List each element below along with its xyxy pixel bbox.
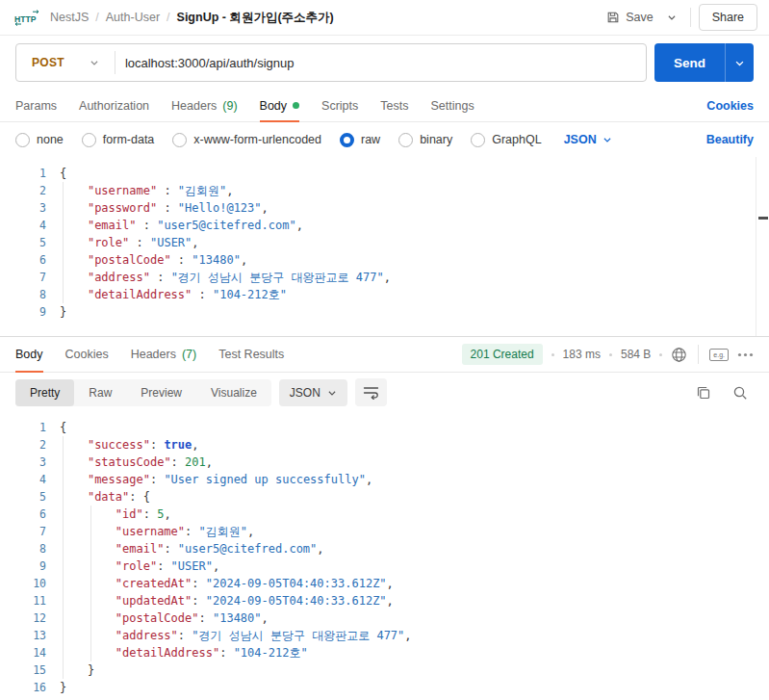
line-number: 8: [0, 286, 46, 303]
body-mode-x-www-form-urlencoded[interactable]: x-www-form-urlencoded: [172, 133, 321, 147]
tab-scripts[interactable]: Scripts: [321, 90, 358, 121]
code-line: 9}: [0, 303, 769, 321]
network-info-button[interactable]: [671, 347, 687, 363]
breadcrumb-collection[interactable]: NestJS: [50, 11, 89, 24]
line-number: 2: [0, 182, 46, 199]
response-tab-test-results[interactable]: Test Results: [218, 337, 284, 372]
view-preview[interactable]: Preview: [126, 379, 196, 406]
chevron-down-icon: [602, 135, 612, 144]
breadcrumb-separator: /: [167, 11, 169, 24]
url-divider: [115, 51, 115, 74]
view-visualize[interactable]: Visualize: [196, 379, 271, 406]
body-language-select[interactable]: JSON: [564, 133, 612, 146]
line-number: 3: [0, 199, 46, 217]
code-token: "createdAt": [115, 577, 192, 590]
code-text: "id": 5,: [60, 506, 171, 523]
tab-headers[interactable]: Headers(9): [171, 90, 238, 121]
send-options-chevron[interactable]: [725, 43, 754, 82]
body-mode-graphql[interactable]: GraphQL: [471, 133, 541, 147]
code-token: ,: [206, 455, 213, 469]
send-button[interactable]: Send: [654, 43, 754, 82]
view-pretty[interactable]: Pretty: [15, 379, 74, 406]
code-line: 4 "message": "User signed up successfull…: [0, 471, 769, 488]
code-line: 5 "role" : "USER",: [0, 234, 769, 251]
code-token: {: [143, 490, 150, 504]
code-token: "user5@citefred.com": [157, 219, 296, 232]
http-method-icon: HTTP: [13, 10, 40, 26]
response-body-editor[interactable]: 1{2 "success": true,3 "statusCode": 201,…: [0, 411, 769, 700]
scrollbar-marker: [758, 217, 768, 220]
body-mode-none[interactable]: none: [15, 133, 64, 147]
code-token: ,: [387, 577, 394, 590]
tab-params[interactable]: Params: [15, 90, 57, 121]
cookies-link[interactable]: Cookies: [706, 99, 754, 113]
code-text: "createdAt": "2024-09-05T04:40:33.612Z",: [60, 575, 394, 592]
code-token: :: [136, 219, 157, 232]
chevron-down-icon: [327, 388, 337, 398]
code-token: ,: [296, 219, 303, 232]
beautify-button[interactable]: Beautify: [706, 133, 754, 146]
tab-authorization[interactable]: Authorization: [79, 90, 149, 121]
response-tab-headers[interactable]: Headers(7): [131, 337, 197, 372]
send-label[interactable]: Send: [654, 43, 725, 82]
code-token: "USER": [150, 236, 192, 249]
code-token: [60, 271, 88, 284]
code-text: "statusCode": 201,: [60, 454, 213, 471]
body-mode-raw[interactable]: raw: [340, 133, 380, 147]
body-mode-form-data[interactable]: form-data: [82, 133, 155, 147]
code-token: [60, 219, 88, 232]
chevron-down-icon: [667, 13, 677, 22]
save-options-chevron-button[interactable]: [661, 8, 682, 27]
save-button[interactable]: Save: [599, 6, 661, 29]
body-mode-binary[interactable]: binary: [398, 133, 452, 147]
search-response-button[interactable]: [732, 385, 748, 401]
code-text: }: [60, 661, 94, 679]
tab-body[interactable]: Body: [260, 90, 300, 121]
code-line: 11 "updatedAt": "2024-09-05T04:40:33.612…: [0, 592, 769, 609]
response-tab-body[interactable]: Body: [15, 337, 43, 372]
line-number: 6: [0, 506, 46, 523]
line-number: 15: [0, 661, 46, 679]
code-token: :: [192, 288, 213, 301]
code-token: [60, 629, 115, 642]
code-token: "104-212호": [213, 288, 287, 301]
code-token: "message": [88, 473, 150, 486]
code-token: "경기 성남시 분당구 대왕판교로 477": [171, 271, 384, 284]
code-line: 4 "email" : "user5@citefred.com",: [0, 217, 769, 234]
share-button[interactable]: Share: [699, 4, 757, 31]
code-token: [60, 455, 88, 469]
code-token: :: [192, 577, 205, 590]
code-token: "User signed up successfully": [164, 473, 366, 486]
tab-label: Test Results: [218, 348, 284, 361]
code-token: "104-212호": [234, 646, 308, 660]
line-number: 7: [0, 523, 46, 540]
code-token: "경기 성남시 분당구 대왕판교로 477": [192, 629, 404, 642]
breadcrumb-separator: /: [95, 11, 98, 24]
save-as-example-button[interactable]: e.g.: [709, 349, 729, 361]
copy-response-button[interactable]: [696, 385, 711, 401]
response-more-options-button[interactable]: [737, 352, 754, 357]
code-text: "password" : "Hello!@123",: [60, 199, 269, 217]
line-number: 11: [0, 592, 46, 609]
tab-tests[interactable]: Tests: [380, 90, 408, 121]
code-token: "username": [88, 184, 157, 197]
globe-icon: [671, 347, 687, 363]
response-view-switch: PrettyRawPreviewVisualize: [15, 379, 271, 406]
response-language-select[interactable]: JSON: [279, 379, 347, 406]
breadcrumb-folder[interactable]: Auth-User: [106, 11, 160, 24]
editor-scrollbar[interactable]: [756, 157, 769, 336]
tab-settings[interactable]: Settings: [430, 90, 474, 121]
line-number: 7: [0, 269, 46, 286]
url-input[interactable]: localhost:3000/api/auth/signup: [125, 56, 646, 70]
body-mode-label: form-data: [103, 133, 155, 146]
response-tab-cookies[interactable]: Cookies: [65, 337, 109, 372]
code-token: 201: [185, 455, 206, 469]
code-token: :: [199, 611, 213, 625]
code-token: :: [171, 455, 185, 469]
method-select[interactable]: POST: [16, 56, 111, 69]
view-raw[interactable]: Raw: [74, 379, 126, 406]
breadcrumb: NestJS / Auth-User / SignUp - 회원가입(주소추가): [50, 10, 334, 26]
wrap-lines-button[interactable]: [355, 378, 387, 406]
code-token: }: [60, 305, 66, 319]
request-body-editor[interactable]: 1{2 "username" : "김회원",3 "password" : "H…: [0, 157, 769, 336]
